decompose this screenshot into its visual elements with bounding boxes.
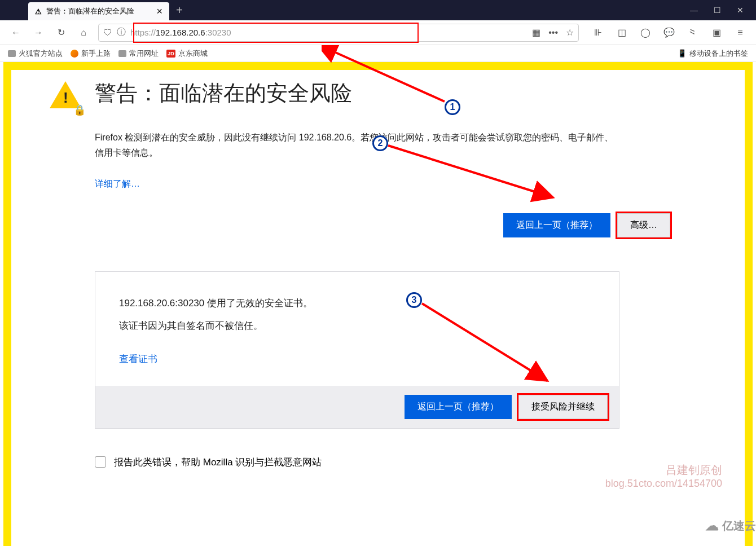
menu-icon[interactable]: ≡ <box>732 25 748 41</box>
home-button[interactable]: ⌂ <box>76 25 91 41</box>
watermark-author: 吕建钊原创 blog.51cto.com/14154700 <box>605 463 722 490</box>
watermark-brand-text: 亿速云 <box>722 518 756 534</box>
screenshot-icon[interactable]: ⺀ <box>685 25 701 41</box>
page-content: ! 🔒 警告：面临潜在的安全风险 Firefox 检测到潜在的安全威胁，因此没有… <box>0 62 756 486</box>
lock-broken-icon: 🔒 <box>73 104 86 116</box>
cert-error-line1: 192.168.20.6:30230 使用了无效的安全证书。 <box>119 292 595 315</box>
bookmark-label: 京东商城 <box>178 49 208 59</box>
annotation-number-1: 1 <box>445 99 460 115</box>
bookmark-getting-started[interactable]: 新手上路 <box>71 49 111 59</box>
bookmark-firefox-official[interactable]: 火狐官方站点 <box>8 49 63 59</box>
bookmark-common-sites[interactable]: 常用网址 <box>118 49 159 59</box>
bookmark-label: 火狐官方站点 <box>19 49 63 59</box>
extension-icon[interactable]: ▣ <box>709 25 724 41</box>
watermark-line1: 吕建钊原创 <box>605 463 722 478</box>
account-icon[interactable]: ◯ <box>638 25 653 41</box>
info-icon[interactable]: ⓘ <box>117 27 126 38</box>
accept-risk-button[interactable]: 接受风险并继续 <box>518 395 608 419</box>
folder-icon <box>118 50 126 57</box>
firefox-icon <box>71 50 78 58</box>
maximize-button[interactable]: ☐ <box>714 6 721 15</box>
tab-title: 警告：面临潜在的安全风险 <box>46 6 134 16</box>
window-titlebar: ⚠ 警告：面临潜在的安全风险 × + — ☐ ✕ <box>0 0 756 20</box>
shield-icon[interactable]: 🛡 <box>103 28 112 38</box>
reload-button[interactable]: ↻ <box>53 25 69 41</box>
annotation-number-2: 2 <box>372 135 388 151</box>
qr-icon[interactable]: ▦ <box>532 27 540 38</box>
library-icon[interactable]: ⊪ <box>590 25 606 41</box>
sidebar-icon[interactable]: ◫ <box>614 25 630 41</box>
new-tab-button[interactable]: + <box>169 4 190 17</box>
annotation-number-3: 3 <box>406 292 422 308</box>
browser-tab[interactable]: ⚠ 警告：面临潜在的安全风险 × <box>28 2 169 20</box>
bookmark-label: 新手上路 <box>81 49 111 59</box>
url-bar[interactable]: 🛡 ⓘ https://192.168.20.6:30230 ▦ ••• ☆ <box>98 24 579 42</box>
bookmark-jd[interactable]: JD京东商城 <box>166 49 208 59</box>
forward-button[interactable]: → <box>30 25 46 41</box>
bookmark-label: 移动设备上的书签 <box>689 49 748 59</box>
report-checkbox[interactable] <box>95 456 106 468</box>
bookmark-star-icon[interactable]: ☆ <box>566 27 574 38</box>
report-label: 报告此类错误，帮助 Mozilla 识别与拦截恶意网站 <box>114 456 322 469</box>
url-host: 192.168.20.6 <box>156 28 205 37</box>
bookmark-mobile[interactable]: 📱移动设备上的书签 <box>678 49 748 59</box>
window-controls: — ☐ ✕ <box>678 6 756 15</box>
warning-triangle-icon: ! 🔒 <box>50 81 82 114</box>
watermark-brand: ☁ 亿速云 <box>705 518 756 534</box>
url-input[interactable]: https://192.168.20.6:30230 <box>130 28 528 37</box>
url-protocol: https:// <box>130 28 156 37</box>
jd-icon: JD <box>166 50 175 58</box>
warning-text: Firefox 检测到潜在的安全威胁，因此没有继续访问 192.168.20.6… <box>95 130 619 160</box>
cert-error-line2: 该证书因为其自签名而不被信任。 <box>119 315 595 338</box>
close-window-button[interactable]: ✕ <box>737 6 744 15</box>
warning-title: 警告：面临潜在的安全风险 <box>95 79 352 108</box>
navigation-bar: ← → ↻ ⌂ 🛡 ⓘ https://192.168.20.6:30230 ▦… <box>0 20 756 45</box>
url-port: :30230 <box>205 28 231 37</box>
cloud-icon: ☁ <box>705 518 719 534</box>
page-actions-icon[interactable]: ••• <box>548 28 558 38</box>
back-button[interactable]: ← <box>8 25 24 41</box>
view-certificate-link[interactable]: 查看证书 <box>119 354 157 364</box>
advanced-button[interactable]: 高级… <box>617 213 670 237</box>
tab-close-button[interactable]: × <box>156 6 162 17</box>
chat-icon[interactable]: 💬 <box>661 25 677 41</box>
minimize-button[interactable]: — <box>690 6 698 15</box>
watermark-line2: blog.51cto.com/14154700 <box>605 478 722 490</box>
learn-more-link[interactable]: 详细了解… <box>95 179 140 188</box>
folder-icon <box>8 50 16 57</box>
go-back-button-2[interactable]: 返回上一页（推荐） <box>405 395 512 419</box>
go-back-button[interactable]: 返回上一页（推荐） <box>503 213 610 237</box>
bookmarks-bar: 火狐官方站点 新手上路 常用网址 JD京东商城 📱移动设备上的书签 <box>0 45 756 62</box>
mobile-icon: 📱 <box>678 49 687 58</box>
bookmark-label: 常用网址 <box>129 49 159 59</box>
warning-body: Firefox 检测到潜在的安全威胁，因此没有继续访问 192.168.20.6… <box>95 130 619 192</box>
advanced-panel: 192.168.20.6:30230 使用了无效的安全证书。 该证书因为其自签名… <box>95 271 619 429</box>
warning-icon: ⚠ <box>35 7 42 16</box>
